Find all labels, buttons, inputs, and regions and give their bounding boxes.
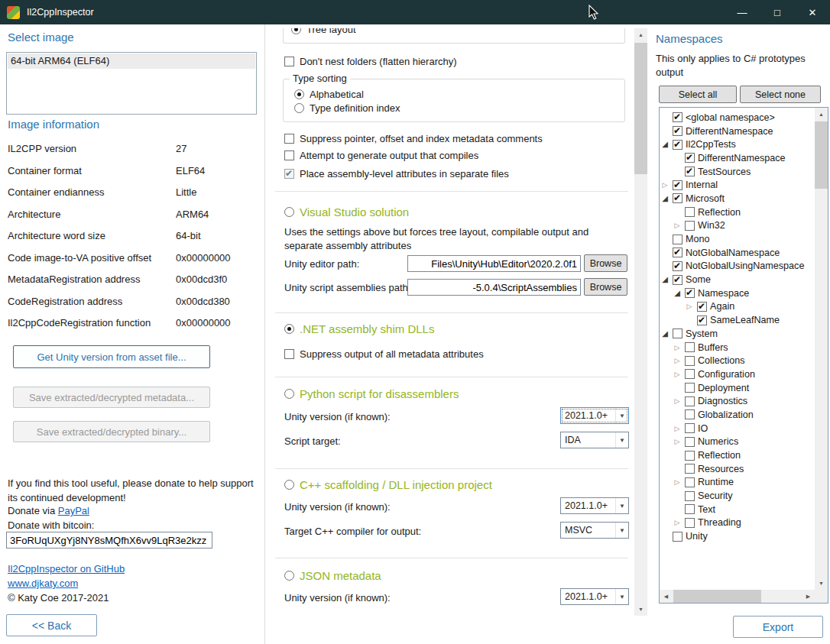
scroll-down-icon[interactable]: ▼ <box>634 603 647 616</box>
browse-assemblies-path-button[interactable]: Browse <box>584 278 627 296</box>
namespace-checkbox[interactable] <box>673 261 682 271</box>
select-none-button[interactable]: Select none <box>740 86 821 103</box>
scroll-left-icon[interactable]: ◀ <box>660 590 673 603</box>
collapse-icon[interactable]: ◢ <box>660 140 670 149</box>
expand-icon[interactable]: ▷ <box>673 370 682 379</box>
checkbox-icon[interactable] <box>284 169 294 179</box>
namespace-checkbox[interactable] <box>685 504 695 514</box>
tree-item[interactable]: Security <box>660 489 814 503</box>
expand-icon[interactable]: ▷ <box>673 437 682 446</box>
tree-item[interactable]: ◢System <box>660 327 814 341</box>
tree-item[interactable]: ▷Threading <box>660 516 814 530</box>
tree-item[interactable]: ▷IO <box>660 422 814 435</box>
python-unity-version-combobox[interactable]: 2021.1.0+ ▼ <box>560 407 629 424</box>
tree-layout-radio[interactable]: Tree layout <box>291 28 356 35</box>
type-definition-index-radio[interactable]: Type definition index <box>294 102 400 114</box>
tree-item[interactable]: ▷Configuration <box>660 367 814 381</box>
chevron-down-icon[interactable]: ▼ <box>615 498 628 513</box>
namespace-checkbox[interactable] <box>697 316 707 325</box>
visual-studio-radio[interactable]: Visual Studio solution <box>284 205 409 218</box>
tree-item[interactable]: Reflection <box>660 205 814 219</box>
namespace-checkbox[interactable] <box>673 235 682 244</box>
expand-icon[interactable]: ▷ <box>673 343 682 352</box>
namespace-checkbox[interactable] <box>685 396 695 406</box>
namespace-checkbox[interactable] <box>685 153 695 163</box>
tree-horizontal-scrollbar[interactable]: ◀ ▶ <box>660 590 815 603</box>
tree-item[interactable]: ▷Diagnostics <box>660 394 814 408</box>
expand-icon[interactable]: ▷ <box>673 221 682 230</box>
scroll-right-icon[interactable]: ▶ <box>802 590 815 603</box>
tree-item[interactable]: ▷Collections <box>660 354 814 367</box>
radio-icon[interactable] <box>284 480 294 490</box>
suppress-comments-checkbox[interactable]: Suppress pointer, offset and index metad… <box>284 133 543 144</box>
namespace-checkbox[interactable] <box>685 518 695 528</box>
namespace-checkbox[interactable] <box>685 491 695 501</box>
chevron-down-icon[interactable]: ▼ <box>615 589 628 604</box>
chevron-down-icon[interactable]: ▼ <box>615 523 628 538</box>
tree-item[interactable]: Unity <box>660 529 814 543</box>
back-button[interactable]: << Back <box>6 614 97 636</box>
cpp-scaffolding-radio[interactable]: C++ scaffolding / DLL injection project <box>284 478 492 491</box>
maximize-button[interactable]: □ <box>760 0 795 24</box>
tree-item[interactable]: <global namespace> <box>660 111 814 125</box>
tree-item[interactable]: Reflection <box>660 448 814 462</box>
json-metadata-radio[interactable]: JSON metadata <box>284 569 381 582</box>
export-button[interactable]: Export <box>733 616 823 638</box>
namespace-checkbox[interactable] <box>685 464 695 474</box>
namespace-checkbox[interactable] <box>685 207 695 217</box>
tree-item[interactable]: NotGlobalUsingNamespace <box>660 260 814 273</box>
namespace-checkbox[interactable] <box>673 248 682 257</box>
namespace-checkbox[interactable] <box>673 126 682 136</box>
tree-item[interactable]: ▷Numerics <box>660 435 814 449</box>
tree-item[interactable]: DifferentNamespace <box>660 151 814 165</box>
browse-editor-path-button[interactable]: Browse <box>584 254 627 272</box>
compilable-output-checkbox[interactable]: Attempt to generate output that compiles <box>284 150 478 161</box>
namespace-checkbox[interactable] <box>685 423 695 433</box>
alphabetical-radio[interactable]: Alphabetical <box>294 89 364 100</box>
tree-item[interactable]: ▷Again <box>660 300 814 314</box>
expand-icon[interactable]: ▷ <box>673 477 682 487</box>
suppress-metadata-checkbox[interactable]: Suppress output of all metadata attribut… <box>284 348 484 360</box>
namespace-checkbox[interactable] <box>685 451 695 461</box>
chevron-down-icon[interactable]: ▼ <box>615 432 628 448</box>
image-listbox[interactable]: 64-bit ARM64 (ELF64) <box>6 52 257 115</box>
radio-icon[interactable] <box>284 571 294 581</box>
tree-item[interactable]: SameLeafName <box>660 313 814 327</box>
save-metadata-button[interactable]: Save extracted/decrypted metadata... <box>13 387 210 408</box>
namespace-checkbox[interactable] <box>685 221 695 231</box>
paypal-link[interactable]: PayPal <box>58 505 89 516</box>
flatten-hierarchy-checkbox[interactable]: Don't nest folders (flatten hierarchy) <box>284 56 457 67</box>
namespace-checkbox[interactable] <box>673 180 682 190</box>
json-unity-version-combobox[interactable]: 2021.1.0+ ▼ <box>560 588 629 605</box>
radio-icon[interactable] <box>294 89 304 99</box>
expand-icon[interactable]: ▷ <box>685 302 694 311</box>
tree-item[interactable]: ▷Internal <box>660 178 814 192</box>
radio-icon[interactable] <box>284 389 294 399</box>
namespace-checkbox[interactable] <box>685 477 695 487</box>
tree-item[interactable]: ◢Microsoft <box>660 192 814 205</box>
tree-item[interactable]: Text <box>660 503 814 516</box>
radio-icon[interactable] <box>294 103 304 113</box>
script-target-combobox[interactable]: IDA ▼ <box>560 432 629 448</box>
radio-icon[interactable] <box>284 207 294 217</box>
cpp-unity-version-combobox[interactable]: 2021.1.0+ ▼ <box>560 497 629 514</box>
namespace-checkbox[interactable] <box>685 167 695 176</box>
tree-item[interactable]: Globalization <box>660 408 814 422</box>
scroll-up-icon[interactable]: ▲ <box>815 108 828 121</box>
checkbox-icon[interactable] <box>284 134 294 144</box>
shim-dlls-radio[interactable]: .NET assembly shim DLLs <box>284 322 434 335</box>
namespace-checkbox[interactable] <box>697 302 707 312</box>
scroll-down-icon[interactable]: ▼ <box>815 577 828 590</box>
tree-item[interactable]: DifferentNamespace <box>660 125 814 138</box>
namespace-checkbox[interactable] <box>685 383 695 393</box>
unity-editor-path-input[interactable] <box>407 255 581 272</box>
get-unity-version-button[interactable]: Get Unity version from asset file... <box>13 345 210 368</box>
collapse-icon[interactable]: ◢ <box>660 329 670 338</box>
tree-item[interactable]: Deployment <box>660 381 814 395</box>
tree-item[interactable]: TestSources <box>660 165 814 179</box>
checkbox-icon[interactable] <box>284 349 294 359</box>
save-binary-button[interactable]: Save extracted/decrypted binary... <box>13 421 210 442</box>
github-link[interactable]: Il2CppInspector on GitHub <box>8 563 125 574</box>
namespace-checkbox[interactable] <box>685 437 695 447</box>
assemblies-path-input[interactable] <box>407 279 581 296</box>
